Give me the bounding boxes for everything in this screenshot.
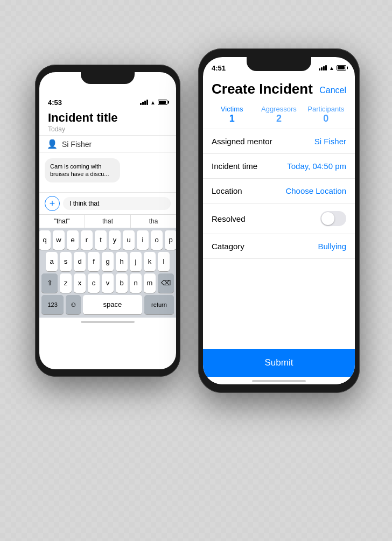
front-notch (247, 57, 311, 71)
bubble-incoming: Cam is coming with bruises have a discu.… (45, 158, 120, 182)
key-numbers[interactable]: 123 (41, 295, 64, 314)
key-d[interactable]: d (74, 252, 86, 271)
back-title: Incident title (48, 111, 167, 125)
key-row-2: a s d f g h j k l (41, 252, 174, 271)
autocomplete-item-2[interactable]: that (85, 215, 131, 228)
back-status-icons: ▲ (140, 100, 167, 106)
key-z[interactable]: z (60, 273, 72, 293)
key-y[interactable]: y (109, 230, 121, 250)
assigned-mentor-value[interactable]: Si Fisher (314, 137, 346, 146)
key-u[interactable]: u (123, 230, 135, 250)
key-p[interactable]: p (165, 230, 176, 250)
key-g[interactable]: g (102, 252, 114, 271)
contact-name: Si Fisher (62, 140, 92, 149)
key-c[interactable]: c (88, 273, 100, 293)
key-n[interactable]: n (130, 273, 142, 293)
key-j[interactable]: j (130, 252, 142, 271)
key-v[interactable]: v (102, 273, 114, 293)
key-row-3: ⇧ z x c v b n m ⌫ (41, 273, 174, 293)
key-shift[interactable]: ⇧ (41, 273, 58, 293)
key-h[interactable]: h (116, 252, 128, 271)
tab-participants-label: Participants (305, 105, 347, 113)
front-status-icons: ▲ (319, 65, 346, 71)
key-q[interactable]: q (39, 230, 51, 250)
category-row[interactable]: Catagory Bullying (203, 234, 355, 259)
resolved-label: Resolved (212, 214, 246, 223)
key-w[interactable]: w (53, 230, 65, 250)
create-incident-title: Create Incident (212, 81, 313, 97)
key-e[interactable]: e (67, 230, 79, 250)
back-status-bar: 4:53 ▲ (39, 92, 176, 111)
form-body: Assigned mentor Si Fisher Incident time … (203, 129, 355, 349)
plus-button[interactable]: + (45, 196, 60, 211)
key-x[interactable]: x (74, 273, 86, 293)
category-value[interactable]: Bullying (318, 242, 346, 251)
tab-victims[interactable]: Victims 1 (208, 101, 255, 129)
key-b[interactable]: b (116, 273, 128, 293)
location-label: Location (212, 186, 242, 195)
tab-victims-value: 1 (211, 113, 253, 124)
key-i[interactable]: i (137, 230, 149, 250)
location-row[interactable]: Location Choose Location (203, 179, 355, 203)
wifi-icon: ▲ (150, 100, 156, 106)
front-home-indicator (203, 377, 355, 384)
key-delete[interactable]: ⌫ (158, 273, 174, 293)
back-home-indicator (39, 318, 176, 325)
back-time: 4:53 (48, 99, 62, 107)
incident-time-value[interactable]: Today, 04:50 pm (287, 161, 346, 171)
category-label: Catagory (212, 242, 244, 251)
toggle-knob (321, 212, 334, 225)
cancel-button[interactable]: Cancel (319, 86, 346, 97)
tab-aggressors[interactable]: Aggressors 2 (255, 101, 302, 129)
key-space[interactable]: space (83, 295, 142, 314)
autocomplete-bar: "that" that tha (39, 214, 176, 228)
submit-button[interactable]: Submit (265, 357, 293, 368)
tab-aggressors-value: 2 (257, 113, 300, 124)
incident-tabs[interactable]: Victims 1 Aggressors 2 Participants 0 (203, 101, 355, 129)
back-subtitle: Today (48, 125, 167, 133)
key-k[interactable]: k (144, 252, 156, 271)
front-time: 4:51 (212, 64, 226, 72)
key-a[interactable]: a (46, 252, 58, 271)
front-phone: 4:51 ▲ Cre (198, 48, 360, 393)
key-t[interactable]: t (95, 230, 107, 250)
tab-participants-value: 0 (305, 113, 347, 124)
front-signal-icon (319, 65, 327, 71)
battery-icon (158, 100, 167, 105)
tab-victims-label: Victims (211, 105, 253, 113)
assigned-mentor-label: Assigned mentor (212, 137, 272, 146)
signal-icon (140, 100, 148, 105)
key-f[interactable]: f (88, 252, 100, 271)
contact-row: 👤 Si Fisher (39, 136, 176, 153)
front-wifi-icon: ▲ (329, 65, 334, 71)
back-phone: 4:53 ▲ Inc (35, 65, 180, 377)
autocomplete-item-1[interactable]: "that" (39, 215, 85, 228)
key-m[interactable]: m (144, 273, 156, 293)
incident-time-label: Incident time (212, 161, 257, 171)
contact-icon: 👤 (47, 139, 58, 149)
front-battery-icon (337, 65, 346, 71)
incident-time-row[interactable]: Incident time Today, 04:50 pm (203, 154, 355, 179)
tab-participants[interactable]: Participants 0 (303, 101, 349, 129)
key-l[interactable]: l (158, 252, 170, 271)
messages-area[interactable]: Cam is coming with bruises have a discu.… (39, 153, 176, 192)
key-emoji[interactable]: ☺ (66, 295, 81, 314)
key-r[interactable]: r (81, 230, 93, 250)
back-notch (81, 72, 135, 84)
tab-aggressors-label: Aggressors (257, 105, 300, 113)
back-header: Incident title Today (39, 111, 176, 136)
key-s[interactable]: s (60, 252, 72, 271)
autocomplete-item-3[interactable]: tha (131, 215, 176, 228)
key-o[interactable]: o (151, 230, 163, 250)
front-header: Create Incident Cancel (203, 76, 355, 101)
message-incoming: Cam is coming with bruises have a discu.… (45, 158, 171, 182)
assigned-mentor-row[interactable]: Assigned mentor Si Fisher (203, 129, 355, 154)
location-value[interactable]: Choose Location (285, 186, 346, 195)
key-row-1: q w e r t y u i o p (41, 230, 174, 250)
message-input[interactable]: I think that (63, 197, 171, 210)
resolved-toggle[interactable] (320, 211, 346, 226)
key-return[interactable]: return (144, 295, 174, 314)
key-row-4: 123 ☺ space return (41, 295, 174, 314)
keyboard[interactable]: q w e r t y u i o p a s (39, 228, 176, 318)
submit-bar[interactable]: Submit (203, 349, 355, 377)
